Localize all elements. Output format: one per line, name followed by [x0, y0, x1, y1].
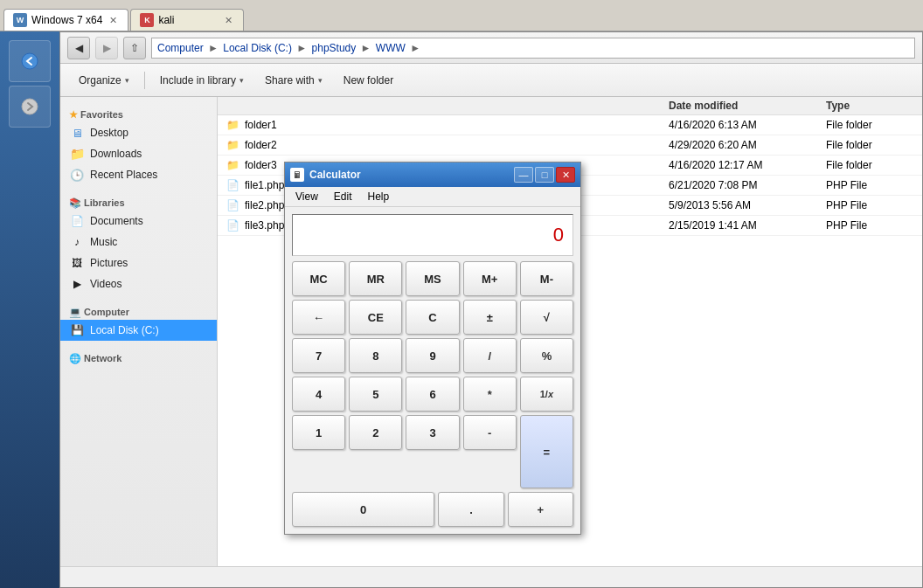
calc-display-value: 0	[553, 224, 564, 246]
calc-btn-7[interactable]: 7	[292, 338, 345, 373]
taskbar-forward-btn[interactable]	[9, 86, 51, 128]
address-input[interactable]: Computer ► Local Disk (C:) ► phpStudy ► …	[151, 38, 915, 59]
status-bar	[60, 566, 922, 587]
sidebar-item-pictures[interactable]: 🖼 Pictures	[60, 252, 217, 273]
calc-btn-divide[interactable]: /	[463, 338, 517, 373]
calc-menu-view[interactable]: View	[290, 189, 323, 204]
calc-btn-5[interactable]: 5	[349, 377, 402, 412]
calc-btn-percent[interactable]: %	[520, 338, 573, 373]
file-type-cell: PHP File	[826, 199, 913, 211]
sidebar-item-recent-places[interactable]: 🕒 Recent Places	[60, 164, 217, 185]
calc-btn-sqrt[interactable]: √	[520, 300, 573, 335]
calc-menu-help[interactable]: Help	[362, 189, 394, 204]
calc-minimize-btn[interactable]: —	[514, 167, 533, 183]
file-type-cell: File folder	[826, 159, 913, 171]
calc-buttons: MC MR MS M+ M- ← CE C ± √ 7 8 9 / % 4 5 …	[285, 261, 580, 534]
file-name-cell: 📁 folder1	[226, 119, 669, 131]
computer-label: 💻 Computer	[60, 301, 217, 320]
network-section: 🌐 Network	[60, 348, 217, 366]
videos-icon: ▶	[69, 276, 85, 292]
calc-btn-mplus[interactable]: M+	[463, 261, 517, 296]
calc-menu-edit[interactable]: Edit	[329, 189, 357, 204]
calc-btn-plus[interactable]: +	[508, 492, 573, 527]
breadcrumb-phpstudy[interactable]: phpStudy	[312, 42, 357, 54]
file-icon: 📁	[226, 119, 239, 131]
file-type-cell: PHP File	[826, 219, 913, 232]
share-label: Share with	[265, 74, 315, 86]
col-name-header	[226, 100, 669, 112]
sidebar-desktop-label: Desktop	[90, 127, 128, 139]
calc-btn-1[interactable]: 1	[292, 415, 345, 450]
include-library-button[interactable]: Include in library ▾	[150, 70, 253, 91]
sidebar-item-music[interactable]: ♪ Music	[60, 232, 217, 252]
calc-btn-mr[interactable]: MR	[349, 261, 402, 296]
calc-btn-c[interactable]: C	[406, 300, 459, 335]
calc-btn-decimal[interactable]: .	[438, 492, 503, 527]
calc-btn-6[interactable]: 6	[406, 377, 459, 412]
tab-close-kali[interactable]: ✕	[222, 14, 234, 26]
file-name-text: file1.php	[245, 179, 284, 191]
tab-windows7[interactable]: W Windows 7 x64 ✕	[3, 9, 128, 31]
share-dropdown-arrow: ▾	[318, 76, 323, 85]
calc-row-2: ← CE C ± √	[292, 300, 573, 335]
sidebar-videos-label: Videos	[90, 278, 121, 290]
calc-btn-reciprocal[interactable]: 1/x	[520, 377, 573, 412]
file-date-cell: 4/16/2020 12:17 AM	[669, 159, 826, 171]
desktop-icon: 🖥	[69, 125, 85, 141]
forward-btn[interactable]: ▶	[95, 37, 118, 59]
calc-btn-2[interactable]: 2	[349, 415, 402, 450]
calculator-window: 🖩 Calculator — □ ✕ View Edit Help 0 MC M…	[284, 162, 581, 535]
network-label: 🌐 Network	[60, 348, 217, 366]
calc-btn-mminus[interactable]: M-	[520, 261, 573, 296]
file-row[interactable]: 📁 folder2 4/29/2020 6:20 AM File folder	[218, 135, 922, 156]
calc-btn-mc[interactable]: MC	[292, 261, 345, 296]
address-bar: ◀ ▶ ⇧ Computer ► Local Disk (C:) ► phpSt…	[60, 32, 922, 64]
calc-maximize-btn[interactable]: □	[535, 167, 554, 183]
calc-btn-equals[interactable]: =	[520, 415, 573, 488]
sidebar-item-videos[interactable]: ▶ Videos	[60, 273, 217, 294]
breadcrumb-www[interactable]: WWW	[376, 42, 406, 54]
new-folder-button[interactable]: New folder	[334, 70, 403, 91]
calc-btn-multiply[interactable]: *	[463, 377, 517, 412]
calc-btn-4[interactable]: 4	[292, 377, 345, 412]
sidebar-pictures-label: Pictures	[90, 257, 128, 269]
calc-btn-9[interactable]: 9	[406, 338, 459, 373]
calc-btn-8[interactable]: 8	[349, 338, 402, 373]
up-btn[interactable]: ⇧	[123, 37, 146, 59]
localdisk-icon: 💾	[69, 322, 85, 338]
file-type-cell: PHP File	[826, 179, 913, 191]
organize-dropdown-arrow: ▾	[125, 76, 129, 85]
calc-btn-minus[interactable]: -	[463, 415, 517, 450]
tab-kali[interactable]: K kali ✕	[130, 9, 244, 31]
organize-label: Organize	[79, 74, 121, 86]
libraries-label: 📚 Libraries	[60, 192, 217, 211]
calc-btn-plusminus[interactable]: ±	[463, 300, 517, 335]
sidebar-item-localdisk[interactable]: 💾 Local Disk (C:)	[60, 320, 217, 341]
calc-btn-ce[interactable]: CE	[349, 300, 402, 335]
documents-icon: 📄	[69, 213, 85, 229]
calc-close-btn[interactable]: ✕	[556, 167, 575, 183]
sidebar-item-desktop[interactable]: 🖥 Desktop	[60, 122, 217, 143]
calc-row-3: 7 8 9 / %	[292, 338, 573, 373]
calc-btn-ms[interactable]: MS	[406, 261, 459, 296]
calc-btn-3[interactable]: 3	[406, 415, 459, 450]
calc-menubar: View Edit Help	[285, 187, 580, 207]
taskbar-back-btn[interactable]	[9, 40, 51, 82]
tab-icon-kali: K	[140, 13, 154, 27]
sidebar-item-downloads[interactable]: 📁 Downloads	[60, 143, 217, 164]
organize-button[interactable]: Organize ▾	[69, 70, 139, 91]
breadcrumb-computer[interactable]: Computer	[157, 42, 204, 54]
pictures-icon: 🖼	[69, 255, 85, 271]
calc-title-icon: 🖩	[290, 168, 304, 182]
calc-btn-backspace[interactable]: ←	[292, 300, 345, 335]
file-icon: 📄	[226, 219, 239, 232]
calc-btn-0[interactable]: 0	[292, 492, 434, 527]
breadcrumb-localdisk[interactable]: Local Disk (C:)	[223, 42, 292, 54]
taskbar-strip	[0, 31, 59, 588]
sidebar-item-documents[interactable]: 📄 Documents	[60, 211, 217, 232]
back-btn[interactable]: ◀	[67, 37, 90, 59]
tab-close-windows7[interactable]: ✕	[107, 14, 119, 26]
browser-tabs: W Windows 7 x64 ✕ K kali ✕	[0, 0, 923, 31]
file-row[interactable]: 📁 folder1 4/16/2020 6:13 AM File folder	[218, 115, 922, 135]
share-with-button[interactable]: Share with ▾	[255, 70, 332, 91]
